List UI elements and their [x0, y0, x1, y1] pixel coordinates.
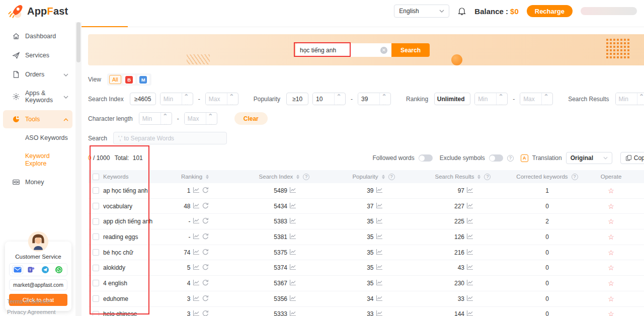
info-icon[interactable]: ? [484, 174, 491, 180]
popularity-max-input[interactable]: ⌃⌃ [358, 93, 391, 105]
followed-words-toggle[interactable] [419, 154, 433, 162]
trend-chart-icon[interactable] [193, 217, 200, 225]
refresh-icon[interactable] [202, 279, 209, 287]
refresh-icon[interactable] [202, 202, 209, 210]
col-search-index[interactable]: Search Index ? [239, 174, 330, 180]
row-checkbox[interactable] [93, 187, 99, 194]
spinner-buttons[interactable]: ⌃⌃ [182, 93, 191, 105]
refresh-icon[interactable] [202, 217, 209, 225]
popularity-preset[interactable]: ≥10 [286, 93, 308, 105]
trend-chart-icon[interactable] [193, 279, 200, 287]
trend-chart-icon[interactable] [193, 187, 200, 195]
exclude-symbols-help-icon[interactable]: ? [507, 155, 514, 162]
separate-words-input[interactable] [113, 132, 227, 144]
keyword-cell[interactable]: ap học tiếng anh [103, 187, 148, 194]
trend-chart-icon[interactable] [466, 202, 473, 210]
col-popularity[interactable]: Popularity ? [330, 174, 418, 180]
follow-star-icon[interactable]: ☆ [608, 264, 614, 271]
recharge-button[interactable]: Recharge [527, 5, 573, 17]
keyword-cell[interactable]: vocabulary [103, 203, 132, 210]
trend-chart-icon[interactable] [466, 264, 473, 272]
row-checkbox[interactable] [93, 295, 99, 302]
trend-chart-icon[interactable] [193, 295, 200, 303]
row-checkbox[interactable] [93, 203, 99, 209]
sort-icon[interactable] [477, 175, 480, 179]
follow-star-icon[interactable]: ☆ [608, 203, 614, 210]
sidebar-item-services[interactable]: Services [3, 46, 72, 64]
keyword-cell[interactable]: bé học chữ [103, 249, 133, 256]
follow-star-icon[interactable]: ☆ [608, 218, 614, 225]
copy-button[interactable]: Copy [620, 152, 644, 164]
trend-chart-icon[interactable] [376, 233, 383, 241]
clear-filters-button[interactable]: Clear [234, 112, 268, 125]
refresh-icon[interactable] [202, 310, 209, 316]
info-icon[interactable]: ? [388, 174, 395, 180]
follow-star-icon[interactable]: ☆ [608, 249, 614, 256]
trend-chart-icon[interactable] [193, 249, 200, 257]
spinner-buttons[interactable]: ⌃⌃ [334, 93, 343, 105]
refresh-icon[interactable] [202, 295, 209, 303]
trend-chart-icon[interactable] [289, 295, 296, 303]
row-checkbox[interactable] [93, 280, 99, 286]
keyword-search-input[interactable] [300, 47, 380, 54]
translation-select[interactable]: Original [566, 152, 612, 164]
keyword-cell[interactable]: eduhome [103, 295, 128, 302]
language-select[interactable]: English [394, 5, 449, 18]
sidebar-item-aso-keywords[interactable]: ASO Keywords [3, 129, 72, 146]
view-m-store-button[interactable]: M [137, 75, 149, 84]
trend-chart-icon[interactable] [289, 249, 296, 257]
sidebar-item-apps-keywords[interactable]: Apps &Keywords [3, 85, 72, 109]
refresh-icon[interactable] [202, 249, 209, 257]
customer-service-email[interactable]: market@appfast.com [9, 279, 67, 290]
refresh-icon[interactable] [202, 264, 209, 272]
trend-chart-icon[interactable] [376, 295, 383, 303]
trend-chart-icon[interactable] [193, 310, 200, 316]
whatsapp-icon[interactable] [54, 266, 64, 274]
trend-chart-icon[interactable] [466, 279, 473, 287]
sidebar-item-money[interactable]: Money [3, 173, 72, 191]
keyword-cell[interactable]: helo chinese [103, 310, 137, 316]
sidebar-item-orders[interactable]: Orders [3, 65, 72, 84]
sidebar-item-dashboard[interactable]: Dashboard [3, 27, 72, 45]
notification-bell-icon[interactable] [457, 7, 466, 16]
keyword-cell[interactable]: reading eggs [103, 233, 138, 241]
terms-of-service-link[interactable]: Terms of Service [7, 296, 56, 307]
spinner-buttons[interactable]: ⌃⌃ [637, 93, 644, 105]
trend-chart-icon[interactable] [289, 233, 296, 241]
spinner-buttons[interactable]: ⌃⌃ [227, 93, 236, 105]
trend-chart-icon[interactable] [193, 202, 200, 210]
trend-chart-icon[interactable] [376, 264, 383, 272]
spinner-buttons[interactable]: ⌃⌃ [160, 113, 170, 124]
trend-chart-icon[interactable] [289, 310, 296, 316]
spinner-buttons[interactable]: ⌃⌃ [541, 93, 550, 105]
search-index-preset[interactable]: ≥4605 [130, 93, 156, 105]
follow-star-icon[interactable]: ☆ [608, 295, 614, 302]
keyword-cell[interactable]: app dịch tiếng anh [103, 218, 152, 225]
appfast-logo[interactable]: AppFast [7, 3, 68, 19]
spinner-buttons[interactable]: ⌃⌃ [496, 93, 505, 105]
ranking-min-input[interactable]: ⌃⌃ [474, 93, 508, 105]
row-checkbox[interactable] [93, 311, 99, 316]
sidebar-item-tools[interactable]: Tools [3, 110, 72, 128]
trend-chart-icon[interactable] [376, 187, 383, 195]
user-account-redacted[interactable] [581, 7, 637, 15]
follow-star-icon[interactable]: ☆ [608, 233, 614, 241]
info-icon[interactable]: ? [572, 174, 578, 180]
trend-chart-icon[interactable] [289, 217, 296, 225]
trend-chart-icon[interactable] [289, 187, 296, 195]
telegram-icon[interactable] [40, 266, 50, 274]
col-search-results[interactable]: Search Results ? [418, 174, 508, 180]
trend-chart-icon[interactable] [466, 295, 473, 303]
ranking-preset-select[interactable]: Unlimited [434, 93, 470, 105]
follow-star-icon[interactable]: ☆ [608, 310, 614, 316]
sort-icon[interactable] [382, 175, 385, 179]
trend-chart-icon[interactable] [193, 264, 200, 272]
trend-chart-icon[interactable] [466, 249, 473, 257]
email-icon[interactable] [13, 266, 23, 274]
popularity-min-input[interactable]: ⌃⌃ [312, 93, 346, 105]
active-tab-indicator[interactable] [82, 26, 128, 27]
trend-chart-icon[interactable] [376, 310, 383, 316]
trend-chart-icon[interactable] [466, 310, 473, 316]
select-all-checkbox[interactable] [93, 174, 99, 180]
view-all-button[interactable]: All [109, 75, 121, 84]
